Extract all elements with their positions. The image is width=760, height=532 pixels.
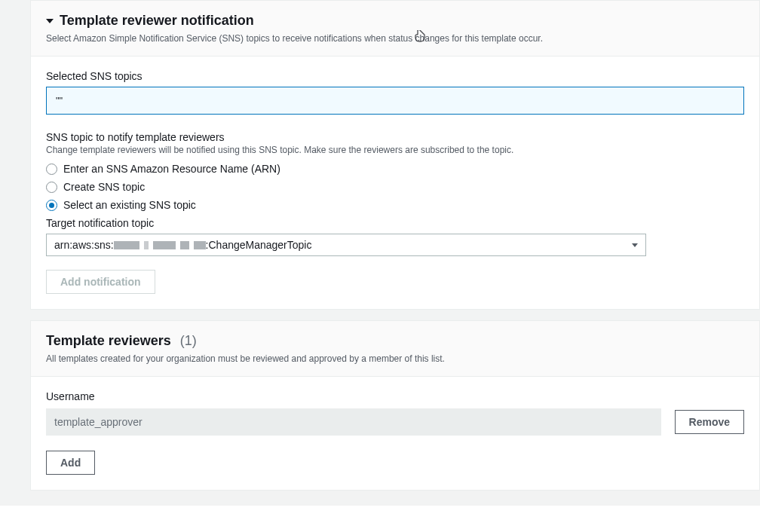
chevron-down-icon	[632, 243, 638, 247]
selected-topics-label: Selected SNS topics	[46, 70, 744, 82]
reviewers-panel: Template reviewers (1) All templates cre…	[30, 320, 760, 491]
radio-label: Create SNS topic	[63, 181, 145, 193]
sns-topic-title: SNS topic to notify template reviewers	[46, 131, 744, 143]
notification-title: Template reviewer notification	[60, 13, 254, 29]
notification-panel-header: Template reviewer notification Select Am…	[31, 1, 759, 57]
caret-down-icon	[46, 19, 54, 23]
radio-icon-selected	[46, 200, 57, 211]
notification-panel-body: Selected SNS topics "" SNS topic to noti…	[31, 57, 759, 309]
reviewers-title: Template reviewers	[46, 333, 171, 349]
redacted-region-account	[114, 241, 206, 249]
target-topic-value: arn:aws:sns: :ChangeManagerTopic	[54, 239, 311, 251]
radio-label: Enter an SNS Amazon Resource Name (ARN)	[63, 163, 280, 175]
notification-title-row[interactable]: Template reviewer notification	[46, 13, 744, 29]
add-notification-button[interactable]: Add notification	[46, 270, 155, 294]
reviewers-count: (1)	[180, 333, 197, 349]
reviewers-desc: All templates created for your organizat…	[46, 352, 744, 365]
notification-panel: Template reviewer notification Select Am…	[30, 0, 760, 310]
username-label: Username	[46, 390, 744, 402]
sns-radio-group: Enter an SNS Amazon Resource Name (ARN) …	[46, 163, 744, 211]
remove-button[interactable]: Remove	[675, 410, 744, 434]
radio-icon	[46, 164, 57, 175]
radio-icon	[46, 182, 57, 193]
username-row: template_approver Remove	[46, 408, 744, 436]
radio-select-existing[interactable]: Select an existing SNS topic	[46, 199, 744, 211]
page: Template reviewer notification Select Am…	[0, 0, 760, 506]
username-value: template_approver	[54, 416, 142, 428]
radio-label: Select an existing SNS topic	[63, 199, 196, 211]
target-topic-label: Target notification topic	[46, 217, 744, 229]
target-topic-select[interactable]: arn:aws:sns: :ChangeManagerTopic	[46, 234, 646, 256]
radio-create-topic[interactable]: Create SNS topic	[46, 181, 744, 193]
target-topic-prefix: arn:aws:sns:	[54, 239, 114, 251]
reviewers-panel-header: Template reviewers (1) All templates cre…	[31, 321, 759, 377]
radio-enter-arn[interactable]: Enter an SNS Amazon Resource Name (ARN)	[46, 163, 744, 175]
username-field: template_approver	[46, 408, 661, 436]
notification-desc: Select Amazon Simple Notification Servic…	[46, 32, 744, 45]
selected-topics-value: ""	[56, 95, 63, 106]
sns-topic-desc: Change template reviewers will be notifi…	[46, 145, 744, 155]
add-button[interactable]: Add	[46, 451, 95, 475]
reviewers-panel-body: Username template_approver Remove Add	[31, 377, 759, 490]
target-topic-suffix: :ChangeManagerTopic	[206, 239, 312, 251]
selected-topics-box[interactable]: ""	[46, 87, 744, 115]
